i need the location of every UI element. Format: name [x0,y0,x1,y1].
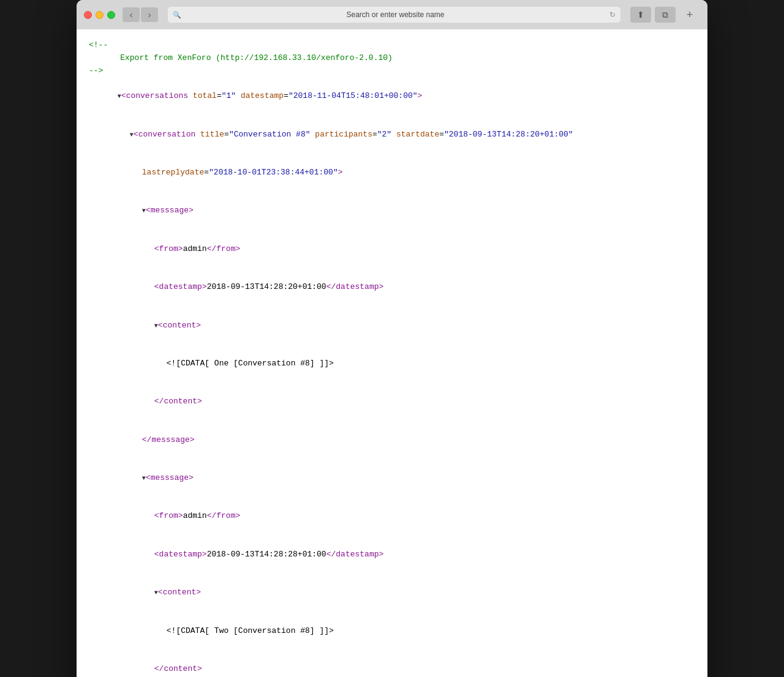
msg2-open: ▼<messsage> [89,459,695,497]
maximize-button[interactable] [107,11,115,19]
address-bar[interactable]: 🔍 Search or enter website name ↻ [168,7,620,23]
conversation-open: ▼<conversation title="Conversation #8" p… [89,116,695,154]
msg1-datestamp: <datestamp>2018-09-13T14:28:20+01:00</da… [89,268,695,306]
back-button[interactable]: ‹ [123,7,140,22]
share-button[interactable]: ⬆ [630,7,651,23]
msg2-from: <from>admin</from> [89,498,695,536]
msg1-open: ▼<messsage> [89,192,695,230]
msg1-from: <from>admin</from> [89,230,695,268]
search-icon: 🔍 [173,11,181,19]
conversations-open: ▼<conversations total="1" datestamp="201… [89,77,695,115]
msg2-content-close: </content> [89,650,695,677]
minimize-button[interactable] [96,11,104,19]
content-area: <!-- Export from XenForo (http://192.168… [77,29,707,677]
nav-buttons: ‹ › [123,7,158,22]
new-tab-button[interactable]: + [679,7,700,23]
address-bar-text: Search or enter website name [185,10,606,19]
conversation-attrs: lastreplydate="2018-10-01T23:38:44+01:00… [89,154,695,192]
msg1-cdata: <![CDATA[ One [Conversation #8] ]]> [89,345,695,383]
close-button[interactable] [84,11,92,19]
reload-icon[interactable]: ↻ [609,10,616,19]
toolbar-right: ⬆ ⧉ + [630,7,700,23]
msg1-close: </messsage> [89,421,695,459]
comment-line1: <!-- [89,39,695,52]
forward-button[interactable]: › [141,7,158,22]
tabs-button[interactable]: ⧉ [655,7,676,23]
msg2-cdata: <![CDATA[ Two [Conversation #8] ]]> [89,612,695,650]
title-bar: ‹ › 🔍 Search or enter website name ↻ ⬆ ⧉… [77,0,707,29]
msg1-content-open: ▼<content> [89,307,695,345]
msg2-content-open: ▼<content> [89,574,695,612]
traffic-lights [84,11,115,19]
comment-line2: Export from XenForo (http://192.168.33.1… [89,52,695,65]
msg2-datestamp: <datestamp>2018-09-13T14:28:28+01:00</da… [89,536,695,574]
comment-line3: --> [89,65,695,78]
msg1-content-close: </content> [89,383,695,421]
browser-window: ‹ › 🔍 Search or enter website name ↻ ⬆ ⧉… [77,0,707,677]
